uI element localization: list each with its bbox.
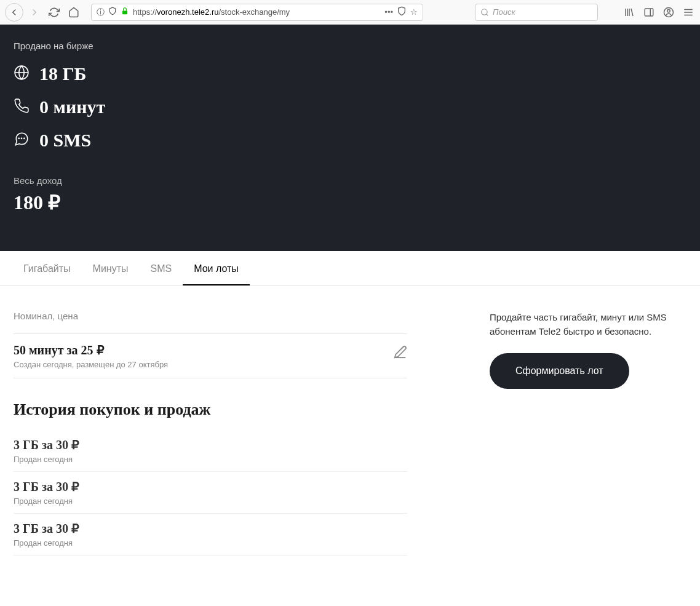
account-icon[interactable] xyxy=(662,6,675,19)
history-item-subtitle: Продан сегодня xyxy=(14,455,407,464)
promo-text: Продайте часть гигабайт, минут или SMS а… xyxy=(490,311,680,338)
page-actions-icon[interactable]: ••• xyxy=(384,7,393,17)
bookmark-star-icon[interactable]: ☆ xyxy=(410,7,418,17)
browser-toolbar: ⓘ https://voronezh.tele2.ru/stock-exchan… xyxy=(0,0,700,25)
data-value: 18 ГБ xyxy=(39,63,86,84)
svg-point-1 xyxy=(482,9,487,14)
lots-column: Номинал, цена 50 минут за 25 ₽ Создан се… xyxy=(14,311,407,556)
search-bar[interactable]: Поиск xyxy=(475,4,598,21)
sms-value: 0 SMS xyxy=(39,130,91,151)
history-item-subtitle: Продан сегодня xyxy=(14,538,407,548)
sold-label: Продано на бирже xyxy=(14,41,686,51)
tab-sms[interactable]: SMS xyxy=(139,251,183,285)
history-item-title: 3 ГБ за 30 ₽ xyxy=(14,521,407,536)
content-area: Номинал, цена 50 минут за 25 ₽ Создан се… xyxy=(0,286,700,568)
stat-minutes: 0 минут xyxy=(14,97,686,118)
minutes-value: 0 минут xyxy=(39,97,105,118)
sidebar-icon[interactable] xyxy=(642,6,656,19)
svg-point-5 xyxy=(667,9,670,12)
search-placeholder: Поиск xyxy=(493,7,515,17)
forward-button[interactable] xyxy=(26,4,43,21)
svg-rect-0 xyxy=(122,10,127,14)
svg-rect-2 xyxy=(645,9,653,16)
reload-button[interactable] xyxy=(46,4,63,21)
history-heading: История покупок и продаж xyxy=(14,401,407,419)
stat-sms: 0 SMS xyxy=(14,130,686,151)
tab-minutes[interactable]: Минуты xyxy=(82,251,140,285)
lock-icon[interactable] xyxy=(121,7,129,17)
active-lot-title: 50 минут за 25 ₽ xyxy=(14,343,168,357)
tab-my-lots[interactable]: Мои лоты xyxy=(183,251,250,285)
income-value: 180 ₽ xyxy=(14,191,686,214)
shield-icon[interactable] xyxy=(108,7,117,17)
income-label: Весь доход xyxy=(14,175,686,186)
home-button[interactable] xyxy=(65,4,82,21)
address-bar[interactable]: ⓘ https://voronezh.tele2.ru/stock-exchan… xyxy=(91,4,423,21)
phone-icon xyxy=(14,98,30,116)
url-text: https://voronezh.tele2.ru/stock-exchange… xyxy=(133,7,381,17)
tracking-shield-icon[interactable] xyxy=(397,6,407,18)
chat-icon xyxy=(14,131,30,150)
tab-gigabytes[interactable]: Гигабайты xyxy=(12,251,82,285)
library-icon[interactable] xyxy=(622,6,636,19)
info-icon[interactable]: ⓘ xyxy=(97,7,105,18)
active-lot-row[interactable]: 50 минут за 25 ₽ Создан сегодня, размеще… xyxy=(14,333,407,378)
search-icon xyxy=(480,8,489,17)
edit-lot-button[interactable] xyxy=(394,343,407,361)
history-item-title: 3 ГБ за 30 ₽ xyxy=(14,437,407,452)
tabs-bar: Гигабайты Минуты SMS Мои лоты xyxy=(0,251,700,286)
nominal-price-label: Номинал, цена xyxy=(14,311,407,321)
stat-data: 18 ГБ xyxy=(14,63,686,84)
history-item[interactable]: 3 ГБ за 30 ₽ Продан сегодня xyxy=(14,472,407,514)
history-item-subtitle: Продан сегодня xyxy=(14,496,407,506)
history-item[interactable]: 3 ГБ за 30 ₽ Продан сегодня xyxy=(14,430,407,472)
create-lot-button[interactable]: Сформировать лот xyxy=(490,353,629,389)
history-item[interactable]: 3 ГБ за 30 ₽ Продан сегодня xyxy=(14,514,407,556)
menu-icon[interactable] xyxy=(682,6,695,19)
globe-icon xyxy=(14,65,30,83)
promo-column: Продайте часть гигабайт, минут или SMS а… xyxy=(490,311,686,556)
active-lot-subtitle: Создан сегодня, размещен до 27 октября xyxy=(14,360,168,369)
summary-panel: Продано на бирже 18 ГБ 0 минут 0 SMS Вес… xyxy=(0,25,700,251)
back-button[interactable] xyxy=(5,3,23,22)
history-item-title: 3 ГБ за 30 ₽ xyxy=(14,479,407,494)
